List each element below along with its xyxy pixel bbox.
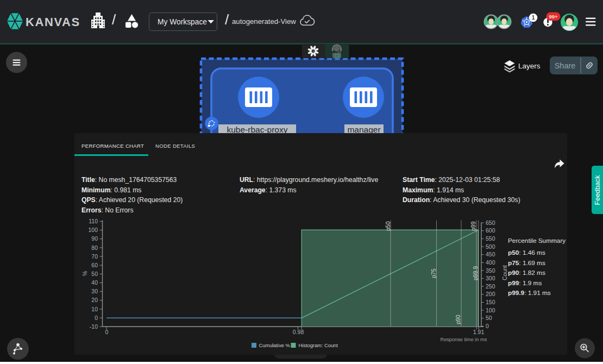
svg-text:p99: p99 [470, 221, 476, 231]
svg-text:110: 110 [89, 218, 98, 224]
svg-text:Layers: Layers [518, 62, 541, 70]
svg-text:400: 400 [486, 259, 495, 266]
svg-text:manager: manager [347, 125, 380, 134]
svg-text:80: 80 [91, 244, 98, 251]
svg-text:650: 650 [486, 219, 495, 226]
svg-text:1.91: 1.91 [473, 329, 485, 335]
svg-text:350: 350 [486, 267, 495, 274]
svg-text:Histogram: Count: Histogram: Count [299, 343, 338, 348]
svg-text:100: 100 [88, 227, 98, 233]
svg-text:300: 300 [486, 275, 495, 281]
svg-text:0: 0 [95, 315, 98, 321]
svg-text:40: 40 [91, 279, 98, 286]
svg-text:Share: Share [555, 61, 576, 70]
svg-text:%: % [81, 271, 88, 276]
svg-text:50: 50 [486, 315, 492, 321]
svg-text:Response time in ms: Response time in ms [441, 337, 487, 342]
svg-text:100: 100 [486, 307, 495, 313]
svg-text:0: 0 [105, 329, 109, 335]
svg-text:Count: Count [501, 265, 508, 280]
svg-text:200: 200 [486, 291, 495, 297]
svg-text:550: 550 [486, 235, 495, 242]
svg-text:kube-rbac-proxy: kube-rbac-proxy [227, 125, 288, 134]
svg-text:20: 20 [91, 297, 98, 303]
svg-text:0: 0 [486, 323, 489, 329]
svg-text:500: 500 [486, 243, 495, 250]
svg-text:30: 30 [91, 288, 98, 294]
svg-text:60: 60 [91, 262, 98, 268]
svg-text:150: 150 [486, 299, 495, 305]
svg-text:p75: p75 [430, 268, 437, 278]
svg-text:70: 70 [91, 253, 98, 260]
svg-text:-10: -10 [90, 323, 98, 330]
svg-text:Cumulative %: Cumulative % [259, 343, 290, 348]
svg-text:0.98: 0.98 [293, 329, 304, 335]
svg-text:600: 600 [486, 227, 495, 234]
svg-text:10: 10 [91, 306, 98, 312]
svg-text:50: 50 [91, 271, 98, 277]
svg-text:99+: 99+ [549, 14, 558, 20]
svg-text:90: 90 [91, 235, 98, 242]
svg-text:p90: p90 [455, 315, 461, 324]
svg-text:450: 450 [486, 251, 495, 258]
svg-text:1: 1 [532, 15, 535, 21]
svg-text:250: 250 [486, 283, 495, 290]
svg-text:p50: p50 [385, 221, 391, 231]
svg-text:p99.9: p99.9 [472, 266, 479, 280]
